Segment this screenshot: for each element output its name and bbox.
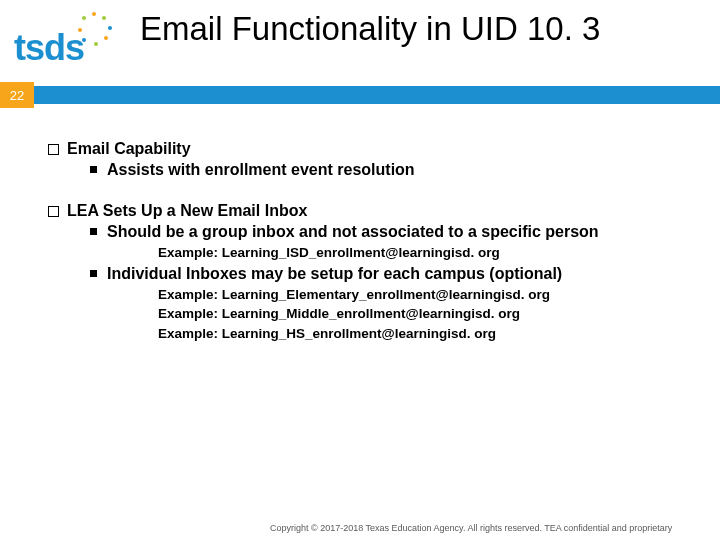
sub-bullet-text: Assists with enrollment event resolution — [107, 160, 415, 180]
square-bullet-icon — [90, 166, 97, 173]
section-heading: Email Capability — [67, 140, 191, 158]
sub-bullet-text: Individual Inboxes may be setup for each… — [107, 264, 562, 284]
logo-area: tsds — [0, 8, 140, 66]
sub-bullet-row: Individual Inboxes may be setup for each… — [90, 264, 690, 284]
page-number-badge: 22 — [0, 82, 34, 108]
accent-bar — [34, 86, 720, 104]
example-line: Example: Learning_ISD_enrollment@learnin… — [158, 244, 690, 262]
section-heading: LEA Sets Up a New Email Inbox — [67, 202, 307, 220]
logo-dots-icon — [78, 12, 114, 48]
slide-content: Email Capability Assists with enrollment… — [48, 140, 690, 342]
square-bullet-icon — [90, 270, 97, 277]
tsds-logo: tsds — [14, 18, 140, 66]
slide-header: tsds Email Functionality in UID 10. 3 — [0, 0, 720, 66]
page-number: 22 — [10, 88, 24, 103]
copyright-footer: Copyright © 2017-2018 Texas Education Ag… — [270, 523, 710, 534]
sub-bullet-text: Should be a group inbox and not associat… — [107, 222, 599, 242]
section-heading-row: LEA Sets Up a New Email Inbox — [48, 202, 690, 220]
sub-bullet-row: Assists with enrollment event resolution — [90, 160, 690, 180]
logo-text: tsds — [14, 18, 140, 66]
section-heading-row: Email Capability — [48, 140, 690, 158]
sub-bullet-row: Should be a group inbox and not associat… — [90, 222, 690, 242]
example-line: Example: Learning_HS_enrollment@learning… — [158, 325, 690, 343]
checkbox-bullet-icon — [48, 206, 59, 217]
square-bullet-icon — [90, 228, 97, 235]
slide-title: Email Functionality in UID 10. 3 — [140, 8, 600, 48]
example-line: Example: Learning_Elementary_enrollment@… — [158, 286, 690, 304]
checkbox-bullet-icon — [48, 144, 59, 155]
example-line: Example: Learning_Middle_enrollment@lear… — [158, 305, 690, 323]
